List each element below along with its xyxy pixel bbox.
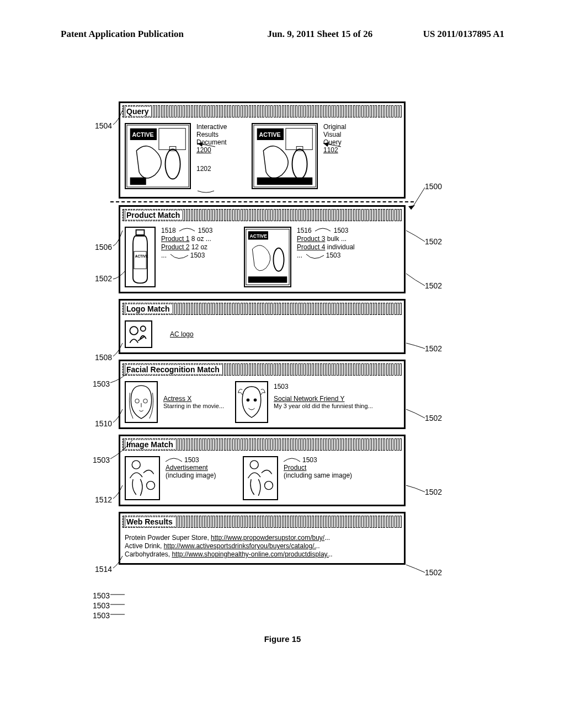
section-image: Image Match 1503 Advertisement (includin… (119, 435, 406, 506)
svg-text:ACTIVE: ACTIVE (135, 254, 149, 258)
svg-point-23 (141, 326, 146, 331)
svg-rect-14 (136, 230, 145, 235)
query-title: Query (126, 107, 151, 116)
logo-thumb[interactable] (125, 320, 152, 348)
web1-text: Protein Powder Super Store, (125, 534, 211, 542)
section-web: Web Results Protein Powder Super Store, … (119, 512, 406, 565)
image-title: Image Match (126, 440, 175, 449)
product1-size: 8 oz ... (189, 235, 211, 243)
svg-point-26 (247, 398, 250, 402)
ref-1503-p3: 1503 (334, 227, 349, 234)
web1-url[interactable]: http://www.propowdersupstor.com/buy/ (211, 534, 324, 542)
section-logo: Logo Match AC logo (119, 299, 406, 354)
productimg-sub: (including same image) (284, 472, 399, 479)
ref-1514: 1514 (95, 565, 112, 574)
image-ad-thumb[interactable] (125, 456, 160, 500)
section-facial: Facial Recognition Match Actress X Starr… (119, 360, 406, 429)
product1-link[interactable]: Product 1 (161, 235, 189, 243)
interactive-results-thumb[interactable]: ACTIVE (125, 123, 191, 189)
ad-link[interactable]: Advertisement (166, 464, 237, 472)
query-left-label3: Document (196, 138, 246, 146)
query-right-label4[interactable]: 1102 (323, 146, 399, 154)
section-product-header: Product Match (122, 209, 402, 221)
svg-rect-13 (257, 178, 313, 185)
ref-1503-img2: 1503 (302, 456, 317, 464)
header-center: Jun. 9, 2011 Sheet 15 of 26 (184, 29, 423, 40)
product2-link[interactable]: Product 2 (161, 243, 189, 251)
svg-point-28 (132, 461, 140, 469)
actress-face-thumb[interactable] (125, 381, 158, 423)
ref-1503-web1: 1503 (93, 591, 110, 600)
friend-link[interactable]: Social Network Friend Y (274, 395, 399, 403)
query-right-label2: Visual (323, 131, 399, 138)
product-dots2: ... (297, 251, 302, 259)
image-product-thumb[interactable] (243, 456, 278, 500)
product4-size: individual (325, 243, 354, 251)
product3-size: bulk ... (325, 235, 347, 243)
ref-1512: 1512 (95, 495, 112, 504)
web2-url[interactable]: http://www.activesportsdrinksforyou/buye… (164, 542, 316, 550)
logo-link[interactable]: AC logo (170, 330, 194, 338)
facial-title: Facial Recognition Match (126, 365, 222, 374)
ref-1502-r3: 1502 (425, 414, 442, 422)
svg-rect-6 (130, 178, 146, 185)
section-query: Query ACTIVE Interactive Results Documen… (119, 101, 406, 199)
ref-1502-r1b: 1502 (425, 281, 442, 290)
ref-1503-p2: 1503 (190, 251, 205, 259)
product4-link[interactable]: Product 4 (297, 243, 325, 251)
logo-title: Logo Match (126, 304, 172, 313)
ref-1502-r2: 1502 (425, 344, 442, 353)
web1-ell: ... (324, 534, 330, 542)
svg-text:ACTIVE: ACTIVE (250, 233, 268, 239)
ad-sub: (including image) (166, 472, 237, 479)
section-web-header: Web Results (122, 516, 402, 528)
ref-1503-p1: 1503 (198, 227, 213, 234)
ref-1508: 1508 (95, 353, 112, 362)
friend-sub: My 3 year old did the funniest thing... (274, 403, 399, 409)
product-box-thumb[interactable]: ACTIVE (244, 227, 291, 287)
query-left-label4[interactable]: 1200 (196, 146, 246, 154)
ref-1504: 1504 (95, 121, 112, 130)
section-facial-header: Facial Recognition Match (122, 363, 402, 376)
header-left: Patent Application Publication (61, 29, 184, 40)
web3-url[interactable]: http://www.shopinghealthy-online.com/pro… (172, 550, 329, 558)
svg-marker-32 (408, 205, 415, 210)
header-right: US 2011/0137895 A1 (423, 29, 504, 40)
section-product: Product Match ACTIVE 1518 1503 Product 1… (119, 205, 406, 293)
ref-1503-facial: 1503 (93, 456, 110, 464)
ref-1502-r5: 1502 (425, 568, 442, 577)
web-title: Web Results (126, 517, 175, 526)
web-row-1[interactable]: Protein Powder Super Store, http://www.p… (125, 534, 399, 542)
web2-ell: .. (316, 542, 320, 550)
productimg-link[interactable]: Product (284, 464, 399, 472)
web-row-3[interactable]: Carbohydrates, http://www.shopinghealthy… (125, 550, 399, 558)
svg-point-24 (135, 399, 139, 403)
product2-size: 12 oz (189, 243, 207, 251)
ref-1503-logo: 1503 (93, 379, 110, 388)
actress-sub: Starring in the movie... (163, 403, 230, 409)
ref-1516: 1516 (297, 227, 312, 234)
ref-1503-web3: 1503 (93, 611, 110, 620)
ref-1502-r4: 1502 (425, 488, 442, 496)
web-row-2[interactable]: Active Drink, http://www.activesportsdri… (125, 542, 399, 550)
svg-point-30 (250, 461, 258, 469)
ref-1518: 1518 (161, 227, 176, 234)
original-query-thumb[interactable]: ACTIVE (252, 123, 318, 189)
dash-divider (110, 201, 414, 202)
query-1202-ref: 1202 (196, 165, 246, 173)
ref-1510: 1510 (95, 419, 112, 428)
ref-1503-web2: 1503 (93, 601, 110, 610)
product-bottle-thumb[interactable]: ACTIVE (125, 227, 156, 287)
product3-link[interactable]: Product 3 (297, 235, 325, 243)
section-logo-header: Logo Match (122, 303, 402, 315)
ref-1503-p4: 1503 (326, 251, 341, 259)
svg-point-25 (143, 399, 147, 403)
svg-text:ACTIVE: ACTIVE (132, 131, 154, 138)
actress-link[interactable]: Actress X (163, 395, 230, 403)
ref-1506: 1506 (95, 243, 112, 251)
friend-face-thumb[interactable] (235, 381, 268, 423)
svg-rect-21 (248, 276, 287, 282)
svg-point-31 (265, 481, 273, 490)
section-image-header: Image Match (122, 438, 402, 451)
ref-1503-img1: 1503 (184, 456, 199, 464)
